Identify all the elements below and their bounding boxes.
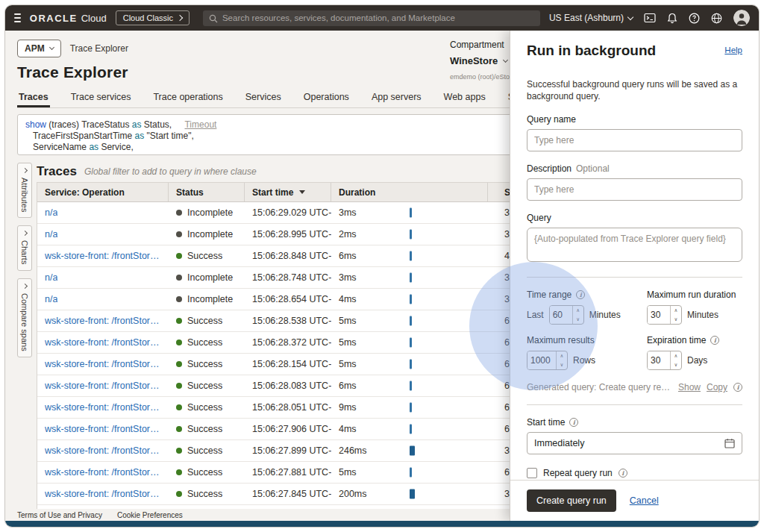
service-operation-link[interactable]: wsk-store-front: /frontStore/get… xyxy=(45,316,161,326)
search-input[interactable] xyxy=(203,10,540,26)
time-range-value-input[interactable] xyxy=(550,306,572,324)
copy-generated-query-link[interactable]: Copy xyxy=(707,382,727,392)
info-icon[interactable] xyxy=(569,418,578,427)
query-keyword: as xyxy=(89,142,98,152)
status-label: Success xyxy=(187,381,222,391)
service-operation-link[interactable]: n/a xyxy=(45,294,57,304)
info-icon[interactable] xyxy=(710,336,719,345)
service-operation-link[interactable]: wsk-store-front: /frontStore/get… xyxy=(45,359,161,369)
service-operation-link[interactable]: n/a xyxy=(45,207,57,218)
cloud-classic-label: Cloud Classic xyxy=(123,13,173,22)
stepper-up-icon[interactable] xyxy=(671,306,681,315)
tab-operations[interactable]: Operations xyxy=(302,87,351,107)
table-row[interactable]: wsk-store-front: /frontStore/login Succe… xyxy=(37,484,549,505)
user-avatar[interactable] xyxy=(733,10,750,26)
service-operation-link[interactable]: wsk-store-front: /frontStore/get… xyxy=(45,424,161,434)
chevron-right-icon xyxy=(177,15,183,21)
stepper-down-icon[interactable] xyxy=(557,360,567,369)
language-globe-icon[interactable] xyxy=(711,13,722,24)
table-row[interactable]: wsk-store-front: /frontStore/cart… Succe… xyxy=(37,245,549,267)
cookie-preferences-link[interactable]: Cookie Preferences xyxy=(117,511,183,519)
table-row[interactable]: wsk-store-front: /frontStore/get… Succes… xyxy=(37,397,549,419)
column-header-service-operation[interactable]: Service: Operation xyxy=(37,183,169,201)
stepper-up-icon[interactable] xyxy=(557,351,567,360)
info-icon[interactable] xyxy=(619,469,627,478)
table-row[interactable]: n/a Incomplete 15:06:28.654 UTC-… 4ms 3 xyxy=(37,289,549,310)
table-row[interactable]: n/a Incomplete 15:06:28.995 UTC-… 2ms 3 xyxy=(37,224,549,245)
start-time-select[interactable]: Immediately xyxy=(527,432,742,454)
table-row[interactable]: wsk-store-front: /frontStore/get… Succes… xyxy=(37,310,549,332)
service-operation-link[interactable]: wsk-store-front: /frontStore/get… xyxy=(45,337,161,348)
service-operation-link[interactable]: wsk-store-front: /frontStore/get… xyxy=(45,467,161,478)
tab-traces[interactable]: Traces xyxy=(17,87,50,107)
stepper-arrows[interactable] xyxy=(572,306,583,324)
help-icon[interactable] xyxy=(689,13,700,24)
column-header-duration[interactable]: Duration xyxy=(331,183,488,201)
stepper-arrows[interactable] xyxy=(670,351,681,369)
stepper-down-icon[interactable] xyxy=(671,315,681,324)
stepper-up-icon[interactable] xyxy=(573,306,583,315)
status-label: Incomplete xyxy=(187,229,233,240)
query-name-input[interactable] xyxy=(527,129,742,151)
start-time-cell: 15:06:28.848 UTC-… xyxy=(245,245,331,266)
last-label: Last xyxy=(527,310,544,320)
tab-app-servers[interactable]: App servers xyxy=(370,87,423,107)
info-icon[interactable] xyxy=(576,290,585,299)
service-operation-link[interactable]: n/a xyxy=(45,272,57,283)
query-suggestion[interactable]: Timeout xyxy=(184,119,216,130)
service-operation-link[interactable]: wsk-store-front: /frontStore/cart… xyxy=(45,251,161,261)
stepper-up-icon[interactable] xyxy=(671,351,681,360)
repeat-query-run-checkbox[interactable] xyxy=(527,468,537,478)
panel-help-link[interactable]: Help xyxy=(724,46,742,54)
info-icon[interactable] xyxy=(733,383,742,392)
table-row[interactable]: wsk-store-front: /frontStore/get… Succes… xyxy=(37,462,549,484)
duration-bar xyxy=(410,403,412,413)
region-selector[interactable]: US East (Ashburn) xyxy=(549,13,633,23)
stepper-down-icon[interactable] xyxy=(573,315,583,324)
service-operation-link[interactable]: n/a xyxy=(45,229,57,240)
side-tab-attributes[interactable]: Attributes xyxy=(17,163,32,218)
column-header-start-time[interactable]: Start time xyxy=(245,183,331,201)
table-row[interactable]: wsk-store-front: /frontStore/get… Succes… xyxy=(37,375,549,397)
stepper-down-icon[interactable] xyxy=(671,360,681,369)
expiration-time-input[interactable] xyxy=(648,351,670,369)
service-operation-link[interactable]: wsk-store-front: /frontStore/login xyxy=(45,489,161,499)
start-time-cell: 15:06:28.748 UTC-… xyxy=(245,267,331,288)
tab-web-apps[interactable]: Web apps xyxy=(442,87,487,107)
status-dot xyxy=(176,339,182,345)
stepper-arrows[interactable] xyxy=(670,306,681,324)
service-operation-link[interactable]: wsk-store-front: /frontStore/get… xyxy=(45,402,161,413)
hamburger-menu-icon[interactable] xyxy=(14,13,21,22)
duration-text: 3ms xyxy=(339,207,357,218)
notifications-bell-icon[interactable] xyxy=(667,13,677,24)
side-tab-compare-spans[interactable]: Compare spans xyxy=(17,278,32,357)
cancel-button[interactable]: Cancel xyxy=(630,495,659,506)
table-row[interactable]: wsk-store-front: /frontStore/get… Succes… xyxy=(37,419,549,440)
table-row[interactable]: n/a Incomplete 15:06:28.748 UTC-… 3ms 3 xyxy=(37,267,549,289)
table-row[interactable]: wsk-store-front: /frontStore/get… Succes… xyxy=(37,354,549,375)
cloud-shell-icon[interactable] xyxy=(644,13,656,23)
duration-text: 4ms xyxy=(339,294,357,304)
service-operation-link[interactable]: wsk-store-front: /frontStore/login xyxy=(45,445,161,456)
tab-trace-services[interactable]: Trace services xyxy=(69,87,133,107)
query-textarea[interactable] xyxy=(527,228,742,262)
max-results-input[interactable] xyxy=(527,351,556,369)
terms-of-use-link[interactable]: Terms of Use and Privacy xyxy=(17,511,102,519)
side-tab-charts[interactable]: Charts xyxy=(17,225,32,270)
create-query-run-button[interactable]: Create query run xyxy=(527,489,616,512)
show-generated-query-link[interactable]: Show xyxy=(678,382,701,392)
cloud-classic-button[interactable]: Cloud Classic xyxy=(116,10,190,25)
tab-services[interactable]: Services xyxy=(244,87,283,107)
column-header-status[interactable]: Status xyxy=(169,183,245,201)
table-row[interactable]: wsk-store-front: /frontStore/get… Succes… xyxy=(37,332,549,354)
table-row[interactable]: wsk-store-front: /frontStore/login Succe… xyxy=(37,440,549,462)
logo-cloud-text: Cloud xyxy=(81,13,107,24)
tab-trace-operations[interactable]: Trace operations xyxy=(151,87,224,107)
max-run-duration-input[interactable] xyxy=(648,306,670,324)
stepper-arrows[interactable] xyxy=(556,351,567,369)
apm-service-dropdown[interactable]: APM xyxy=(17,40,61,57)
description-input[interactable] xyxy=(527,178,742,201)
duration-bar xyxy=(410,295,412,304)
table-row[interactable]: n/a Incomplete 15:06:29.029 UTC-… 3ms 3 xyxy=(37,202,549,224)
service-operation-link[interactable]: wsk-store-front: /frontStore/get… xyxy=(45,381,161,391)
